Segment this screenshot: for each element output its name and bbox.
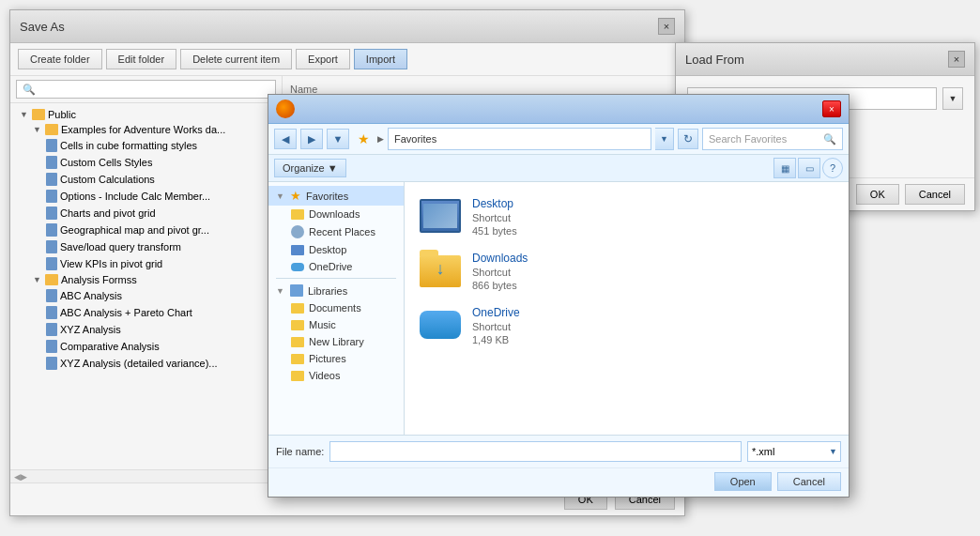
fb-addressbar: ◀ ▶ ▼ ★ ▶ Favorites ▼ ↻ Search Favorites… — [268, 124, 849, 155]
list-item-onedrive[interactable]: OneDrive Shortcut 1,49 KB — [412, 299, 841, 353]
desktop-file-icon — [418, 197, 463, 235]
file-icon — [46, 357, 57, 370]
fb-nav-label-pictures: Pictures — [309, 353, 346, 364]
list-item[interactable]: Options - Include Calc Member... — [10, 188, 282, 205]
import-button[interactable]: Import — [354, 49, 407, 69]
fb-title-left — [276, 100, 300, 118]
back-button[interactable]: ◀ — [274, 129, 297, 149]
onedrive-item-info: OneDrive Shortcut 1,49 KB — [472, 306, 520, 345]
view-button-2[interactable]: ▭ — [798, 158, 820, 178]
save-as-close-button[interactable]: × — [658, 18, 675, 35]
fb-nav-favorites[interactable]: ▼ ★ Favorites — [268, 186, 404, 206]
libraries-icon — [290, 284, 303, 297]
nav-separator — [276, 278, 396, 279]
organize-button[interactable]: Organize ▼ — [274, 159, 346, 177]
file-icon — [46, 139, 57, 152]
forward-button[interactable]: ▶ — [300, 129, 323, 149]
export-button[interactable]: Export — [296, 49, 350, 69]
tree-item-public[interactable]: ▼ Public — [10, 107, 282, 122]
fb-nav-label-onedrive: OneDrive — [309, 261, 352, 272]
folder-icon-newlib — [291, 337, 304, 347]
onedrive-big-icon — [420, 311, 461, 339]
list-item-downloads[interactable]: ↓ Downloads Shortcut 866 bytes — [412, 244, 841, 299]
delete-item-button[interactable]: Delete current item — [180, 49, 292, 69]
load-from-title: Load From — [685, 53, 744, 67]
search-input[interactable] — [16, 80, 276, 99]
edit-folder-button[interactable]: Edit folder — [106, 49, 177, 69]
list-item[interactable]: Charts and pivot grid — [10, 205, 282, 222]
list-item[interactable]: Geographical map and pivot gr... — [10, 222, 282, 238]
organize-label: Organize — [283, 162, 325, 174]
tree-item-analysis[interactable]: ▼ Analysis Formss — [10, 272, 282, 287]
tree-label: XYZ Analysis — [60, 324, 121, 335]
file-icon — [46, 156, 57, 169]
address-dropdown-button[interactable]: ▼ — [655, 128, 674, 150]
filename-input[interactable] — [329, 441, 742, 462]
fb-nav-onedrive[interactable]: OneDrive — [268, 258, 404, 275]
list-item[interactable]: View KPIs in pivot grid — [10, 255, 282, 272]
list-item[interactable]: Cells in cube formatting styles — [10, 137, 282, 154]
folder-icon-music — [291, 320, 304, 330]
list-item[interactable]: Save/load query transform — [10, 238, 282, 255]
file-name-label: File name: — [276, 446, 324, 457]
fb-nav-videos[interactable]: Videos — [268, 367, 404, 384]
file-icon — [46, 306, 57, 319]
save-as-toolbar: Create folder Edit folder Delete current… — [10, 43, 684, 76]
fb-footer: File name: *.xml ▼ — [268, 435, 849, 467]
list-item[interactable]: Custom Cells Styles — [10, 154, 282, 171]
list-item[interactable]: XYZ Analysis — [10, 321, 282, 338]
load-from-cancel-button[interactable]: Cancel — [905, 184, 965, 205]
fb-nav-label-recent: Recent Places — [309, 226, 375, 237]
search-box — [10, 76, 282, 103]
fb-nav-label-videos: Videos — [309, 370, 340, 381]
file-icon — [46, 257, 57, 270]
list-item[interactable]: XYZ Analysis (detailed variance)... — [10, 355, 282, 372]
fb-nav-new-library[interactable]: New Library — [268, 333, 404, 350]
fb-nav-desktop[interactable]: Desktop — [268, 241, 404, 258]
fb-nav-label-music: Music — [309, 319, 336, 330]
tree-label-examples: Examples for Adventure Works da... — [61, 124, 225, 135]
file-icon — [46, 240, 57, 253]
tree-item-examples[interactable]: ▼ Examples for Adventure Works da... — [10, 122, 282, 137]
fb-nav-recent-places[interactable]: Recent Places — [268, 222, 404, 241]
refresh-button[interactable]: ↻ — [678, 129, 698, 149]
fb-close-button[interactable]: × — [822, 100, 841, 117]
fb-nav-downloads[interactable]: Downloads — [268, 206, 404, 222]
favorites-star-icon[interactable]: ★ — [353, 129, 374, 149]
fb-nav-libraries[interactable]: ▼ Libraries — [268, 282, 404, 299]
create-folder-button[interactable]: Create folder — [18, 49, 102, 69]
tree-label: Charts and pivot grid — [60, 207, 156, 219]
file-icon — [46, 340, 57, 353]
fb-nav-label-downloads: Downloads — [309, 208, 360, 220]
fb-nav-music[interactable]: Music — [268, 316, 404, 333]
organize-arrow: ▼ — [328, 162, 338, 174]
list-item-desktop[interactable]: Desktop Shortcut 451 bytes — [412, 190, 841, 244]
fb-cancel-button[interactable]: Cancel — [777, 472, 841, 491]
tree-label: Options - Include Calc Member... — [60, 191, 210, 202]
fb-file-list: Desktop Shortcut 451 bytes ↓ Downloads S… — [405, 182, 849, 435]
onedrive-icon-img — [418, 308, 463, 342]
list-item[interactable]: ABC Analysis — [10, 287, 282, 304]
downloads-item-name: Downloads — [472, 252, 528, 265]
file-type-selector[interactable]: *.xml ▼ — [747, 441, 841, 462]
open-button[interactable]: Open — [714, 472, 772, 491]
tree-label: Custom Calculations — [60, 174, 155, 185]
fb-nav-label-new-library: New Library — [309, 336, 364, 347]
load-from-close-button[interactable]: × — [948, 51, 965, 68]
desktop-item-info: Desktop Shortcut 451 bytes — [472, 197, 517, 237]
fb-search-placeholder: Search Favorites — [709, 133, 787, 145]
up-button[interactable]: ▼ — [327, 129, 349, 149]
help-button[interactable]: ? — [822, 158, 843, 178]
horizontal-scrollbar[interactable]: ◀▶ — [10, 469, 282, 482]
list-item[interactable]: Custom Calculations — [10, 171, 282, 188]
tree-label: XYZ Analysis (detailed variance)... — [60, 358, 218, 369]
load-from-ok-button[interactable]: OK — [856, 184, 899, 205]
address-path[interactable]: Favorites — [388, 128, 651, 150]
fb-nav-documents[interactable]: Documents — [268, 299, 404, 316]
list-item[interactable]: Comparative Analysis — [10, 338, 282, 355]
list-item[interactable]: ABC Analysis + Pareto Chart — [10, 304, 282, 321]
load-from-dropdown-arrow[interactable]: ▼ — [942, 87, 963, 110]
view-button-1[interactable]: ▦ — [773, 158, 796, 178]
fb-nav-pictures[interactable]: Pictures — [268, 350, 404, 367]
fb-search-bar[interactable]: Search Favorites 🔍 — [702, 128, 843, 150]
